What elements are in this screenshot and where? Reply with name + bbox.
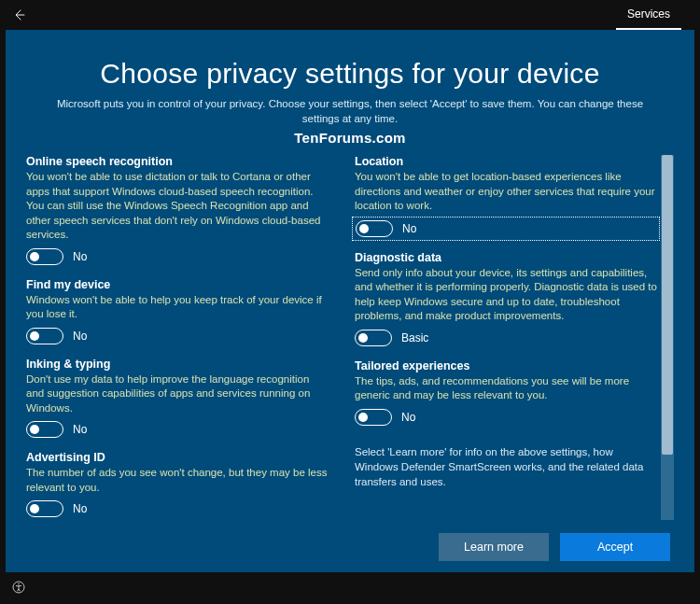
settings-scroll: Online speech recognition You won't be a… xyxy=(26,155,674,520)
right-column: Location You won't be able to get locati… xyxy=(355,155,657,520)
back-button[interactable] xyxy=(9,5,30,25)
setting-location: Location You won't be able to get locati… xyxy=(355,155,657,238)
page-subtitle: Microsoft puts you in control of your pr… xyxy=(42,97,658,126)
setting-title: Inking & typing xyxy=(26,358,329,371)
toggle-label: No xyxy=(401,411,415,424)
scrollbar-thumb[interactable] xyxy=(662,155,673,455)
toggle-focused: No xyxy=(355,219,657,238)
toggle-tailored[interactable] xyxy=(355,409,392,426)
setting-desc: Don't use my data to help improve the la… xyxy=(26,372,329,416)
button-row: Learn more Accept xyxy=(26,533,674,561)
titlebar: Services xyxy=(0,0,700,30)
setting-desc: You won't be able to get location-based … xyxy=(355,170,657,214)
left-column: Online speech recognition You won't be a… xyxy=(26,155,329,520)
accessibility-icon xyxy=(11,580,26,595)
toggle-location[interactable] xyxy=(356,220,393,237)
accept-button[interactable]: Accept xyxy=(560,533,670,561)
setting-advertising: Advertising ID The number of ads you see… xyxy=(26,451,329,517)
svg-point-1 xyxy=(18,583,19,583)
toggle-label: No xyxy=(73,250,87,263)
toggle-label: No xyxy=(73,502,87,515)
setting-title: Find my device xyxy=(26,278,329,291)
toggle-label: Basic xyxy=(401,331,428,344)
toggle-diagnostic[interactable] xyxy=(355,330,392,346)
setting-title: Diagnostic data xyxy=(355,251,657,264)
setting-desc: Send only info about your device, its se… xyxy=(355,266,657,324)
setting-desc: You won't be able to use dictation or ta… xyxy=(26,170,329,243)
setting-title: Location xyxy=(355,155,657,168)
setting-title: Tailored experiences xyxy=(355,359,657,372)
scrollbar[interactable] xyxy=(661,155,674,520)
setting-diagnostic: Diagnostic data Send only info about you… xyxy=(355,251,657,346)
tab-services[interactable]: Services xyxy=(616,0,681,30)
setting-find-device: Find my device Windows won't be able to … xyxy=(26,278,329,344)
toggle-label: No xyxy=(73,330,87,343)
toggle-inking[interactable] xyxy=(26,421,63,438)
bottombar xyxy=(0,572,700,604)
content: Choose privacy settings for your device … xyxy=(6,30,694,572)
page-title: Choose privacy settings for your device xyxy=(26,58,674,90)
setting-title: Online speech recognition xyxy=(26,155,329,168)
setting-tailored: Tailored experiences The tips, ads, and … xyxy=(355,359,657,426)
toggle-label: No xyxy=(402,222,416,235)
learn-more-button[interactable]: Learn more xyxy=(439,533,549,561)
toggle-find-device[interactable] xyxy=(26,328,63,344)
setting-desc: Windows won't be able to help you keep t… xyxy=(26,293,329,322)
toggle-advertising[interactable] xyxy=(26,500,63,517)
arrow-left-icon xyxy=(12,7,27,22)
tabs: Services xyxy=(616,0,681,30)
setting-desc: The number of ads you see won't change, … xyxy=(26,466,329,495)
toggle-speech[interactable] xyxy=(26,248,63,265)
setting-desc: The tips, ads, and recommendations you s… xyxy=(355,374,657,403)
setting-inking: Inking & typing Don't use my data to hel… xyxy=(26,358,329,439)
watermark: TenForums.com xyxy=(26,130,674,146)
toggle-label: No xyxy=(73,423,87,436)
oobe-window: Services Choose privacy settings for you… xyxy=(0,0,700,604)
footnote: Select 'Learn more' for info on the abov… xyxy=(355,444,657,489)
ease-of-access-button[interactable] xyxy=(11,580,26,597)
setting-speech: Online speech recognition You won't be a… xyxy=(26,155,329,265)
setting-title: Advertising ID xyxy=(26,451,329,464)
